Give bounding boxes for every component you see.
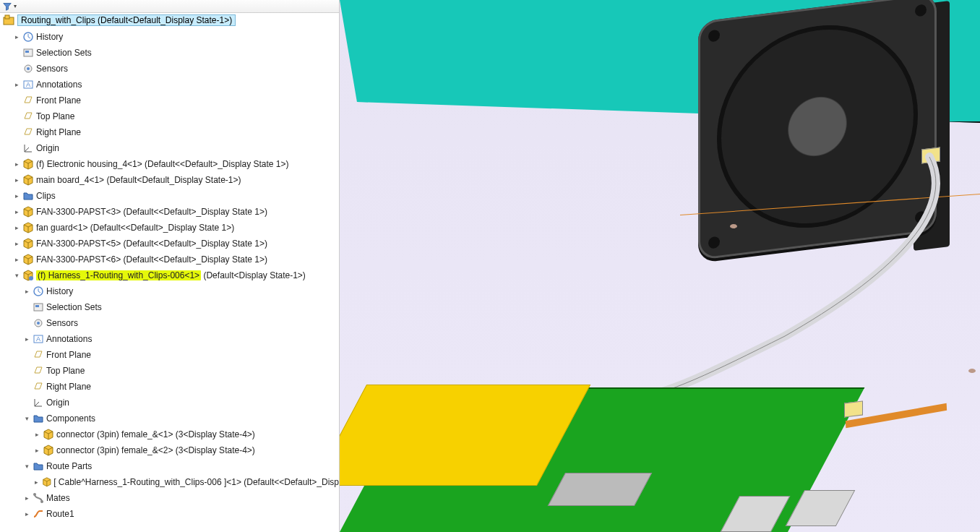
- tree-item-front-plane[interactable]: Front Plane: [3, 93, 339, 108]
- expand-icon[interactable]: ▸: [23, 288, 30, 295]
- label: Sensors: [46, 318, 78, 328]
- tree-item-harness[interactable]: ▾ (f) Harness_1-Routing_with_Clips-006<1…: [3, 267, 339, 283]
- svg-rect-12: [35, 305, 39, 307]
- plane-icon: [33, 365, 44, 377]
- root-assembly-row[interactable]: Routing_with_Clips (Default<Default_Disp…: [0, 13, 339, 27]
- expand-icon[interactable]: ▸: [13, 160, 20, 168]
- root-state: (Default<Default_Display State-1>): [98, 15, 232, 25]
- expand-icon[interactable]: ▸: [33, 447, 40, 454]
- history-icon: [33, 286, 44, 297]
- model-fan: [698, 0, 937, 260]
- tree-item-route-parts-folder[interactable]: ▾ Route Parts: [3, 458, 339, 474]
- model-rivet: [968, 369, 976, 373]
- part-icon: [22, 174, 34, 186]
- label: main board_4<1> (Default<Default_Display…: [36, 175, 241, 185]
- tree-item-annotations[interactable]: ▸ A Annotations: [3, 77, 339, 93]
- expand-icon[interactable]: ▸: [13, 208, 20, 215]
- expand-icon[interactable]: ▸: [33, 479, 40, 486]
- svg-text:A: A: [36, 335, 40, 343]
- collapse-icon[interactable]: ▾: [23, 415, 30, 422]
- tree-item-right-plane[interactable]: Right Plane: [3, 124, 339, 140]
- part-icon: [22, 158, 34, 170]
- tree-item-connector2[interactable]: ▸ connector (3pin) female_&<2> (3<Displa…: [3, 442, 339, 458]
- expand-icon[interactable]: ▸: [13, 192, 20, 200]
- tree-item-fan3[interactable]: ▸ FAN-3300-PAPST<3> (Default<<Default>_D…: [3, 204, 339, 220]
- tree-item-fan5[interactable]: ▸ FAN-3300-PAPST<5> (Default<<Default>_D…: [3, 236, 339, 252]
- expand-icon[interactable]: ▸: [13, 81, 20, 88]
- svg-point-9: [29, 276, 33, 280]
- sensors-icon: [22, 63, 34, 74]
- label: Selection Sets: [46, 302, 102, 312]
- part-icon: [22, 206, 34, 218]
- tree-item-h-top-plane[interactable]: Top Plane: [3, 363, 339, 379]
- expand-icon[interactable]: ▸: [13, 240, 20, 247]
- collapse-icon[interactable]: ▾: [23, 463, 30, 470]
- label: Route1: [46, 509, 74, 519]
- expand-icon[interactable]: ▸: [13, 176, 20, 184]
- part-icon: [43, 429, 54, 440]
- tree-item-cable[interactable]: ▸ [ Cable^Harness_1-Routing_with_Clips-0…: [3, 474, 339, 490]
- graphics-viewport[interactable]: [340, 0, 980, 532]
- feature-tree-panel: ▾ Routing_with_Clips (Default<Default_Di…: [0, 0, 340, 532]
- label: fan guard<1> (Default<<Default>_Display …: [36, 223, 234, 233]
- label: Right Plane: [46, 382, 91, 392]
- filter-toolbar[interactable]: ▾: [0, 0, 339, 13]
- label: Top Plane: [36, 111, 74, 121]
- label: Front Plane: [36, 95, 81, 106]
- collapse-icon[interactable]: ▾: [13, 272, 20, 279]
- tree-item-h-origin[interactable]: Origin: [3, 395, 339, 411]
- label: Right Plane: [36, 127, 81, 137]
- svg-point-18: [40, 500, 43, 503]
- funnel-icon: [3, 2, 12, 11]
- label: (f) Electronic housing_4<1> (Default<<De…: [36, 159, 289, 169]
- expand-icon[interactable]: ▸: [33, 431, 40, 438]
- mates-icon: [33, 492, 44, 504]
- label: [ Cable^Harness_1-Routing_with_Clips-006…: [53, 477, 339, 487]
- tree-item-top-plane[interactable]: Top Plane: [3, 108, 339, 124]
- label: connector (3pin) female_&<1> (3<Display …: [56, 429, 255, 439]
- tree-item-main-board[interactable]: ▸ main board_4<1> (Default<Default_Displ…: [3, 172, 339, 188]
- selection-sets-icon: [22, 47, 34, 59]
- label: FAN-3300-PAPST<6> (Default<<Default>_Dis…: [36, 254, 267, 265]
- label-highlighted: (f) Harness_1-Routing_with_Clips-006<1>: [36, 270, 201, 280]
- tree-item-selection-sets[interactable]: Selection Sets: [3, 45, 339, 61]
- label: Annotations: [36, 80, 82, 90]
- tree-item-origin[interactable]: Origin: [3, 140, 339, 156]
- part-icon: [22, 238, 34, 249]
- label: FAN-3300-PAPST<3> (Default<<Default>_Dis…: [36, 207, 267, 217]
- tree-item-components-folder[interactable]: ▾ Components: [3, 411, 339, 426]
- tree-item-fan-guard[interactable]: ▸ fan guard<1> (Default<<Default>_Displa…: [3, 220, 339, 236]
- tree-item-fan6[interactable]: ▸ FAN-3300-PAPST<6> (Default<<Default>_D…: [3, 252, 339, 267]
- feature-tree: ▸ History Selection Sets Sensors ▸ A Ann…: [0, 27, 339, 523]
- label: Origin: [36, 143, 59, 153]
- expand-icon[interactable]: ▸: [23, 335, 30, 343]
- expand-icon[interactable]: ▸: [13, 33, 20, 40]
- tree-item-h-selection-sets[interactable]: Selection Sets: [3, 299, 339, 315]
- tree-item-mates[interactable]: ▸ Mates: [3, 490, 339, 506]
- tree-item-sensors[interactable]: Sensors: [3, 61, 339, 77]
- origin-icon: [33, 397, 44, 408]
- tree-item-clips-folder[interactable]: ▸ Clips: [3, 188, 339, 204]
- tree-item-h-history[interactable]: ▸ History: [3, 283, 339, 299]
- part-icon: [22, 254, 34, 265]
- tree-item-electronic-housing[interactable]: ▸ (f) Electronic housing_4<1> (Default<<…: [3, 156, 339, 172]
- tree-item-h-annotations[interactable]: ▸ A Annotations: [3, 331, 339, 347]
- tree-item-h-front-plane[interactable]: Front Plane: [3, 347, 339, 363]
- expand-icon[interactable]: ▸: [23, 510, 30, 518]
- history-icon: [22, 31, 34, 43]
- expand-icon[interactable]: ▸: [23, 494, 30, 502]
- folder-icon: [33, 413, 44, 424]
- plane-icon: [33, 381, 44, 392]
- expand-icon[interactable]: ▸: [13, 224, 20, 231]
- svg-rect-1: [5, 15, 9, 19]
- plane-icon: [22, 126, 34, 138]
- tree-item-h-sensors[interactable]: Sensors: [3, 315, 339, 331]
- expand-icon[interactable]: ▸: [13, 256, 20, 263]
- assembly-icon: [3, 14, 14, 26]
- tree-item-connector1[interactable]: ▸ connector (3pin) female_&<1> (3<Displa…: [3, 426, 339, 442]
- tree-item-route1[interactable]: ▸ Route1: [3, 506, 339, 522]
- tree-item-h-right-plane[interactable]: Right Plane: [3, 379, 339, 395]
- tree-item-history[interactable]: ▸ History: [3, 29, 339, 45]
- part-icon: [42, 476, 52, 488]
- label: Sensors: [36, 64, 68, 74]
